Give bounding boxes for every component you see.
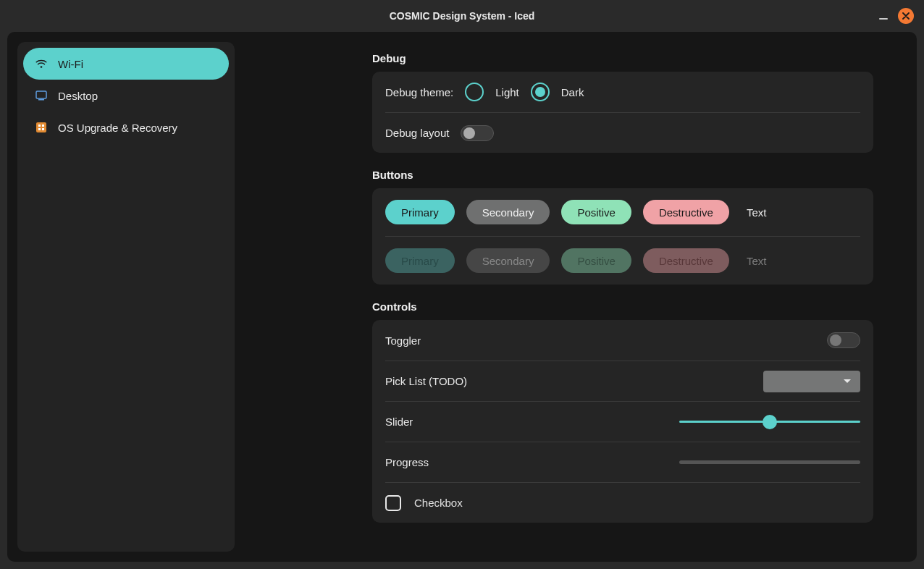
picklist-select[interactable] [763,371,860,392]
close-button[interactable] [898,8,914,24]
checkbox-label: Checkbox [414,497,463,509]
radio-dark[interactable] [531,83,550,101]
picklist-label: Pick List (TODO) [385,375,467,387]
debug-card: Debug theme: Light Dark Debug layout [372,72,873,153]
section-title-controls: Controls [372,300,873,313]
radio-dark-label: Dark [561,86,584,98]
minimize-button[interactable] [879,12,888,20]
debug-layout-label: Debug layout [385,127,449,139]
progress-bar [679,460,860,464]
debug-theme-label: Debug theme: [385,86,453,98]
sidebar-item-label: Wi-Fi [58,58,83,70]
slider-thumb[interactable] [763,415,777,429]
toggler-label: Toggler [385,334,421,347]
buttons-row-enabled: Primary Secondary Positive Destructive T… [385,188,860,236]
window-title: COSMIC Design System - Iced [390,10,535,22]
destructive-button[interactable]: Destructive [643,200,729,224]
slider-row: Slider [385,401,860,442]
positive-button-disabled: Positive [561,248,631,273]
primary-button[interactable]: Primary [385,200,455,224]
upgrade-icon [35,121,48,134]
positive-button[interactable]: Positive [561,200,631,224]
sidebar-item-os-upgrade[interactable]: OS Upgrade & Recovery [23,111,229,143]
svg-rect-1 [36,91,46,98]
chevron-down-icon [843,379,852,384]
main-content: Debug Debug theme: Light Dark Debug layo… [235,32,917,562]
slider-label: Slider [385,416,413,428]
text-button[interactable]: Text [741,200,773,224]
debug-theme-row: Debug theme: Light Dark [385,72,860,112]
checkbox-input[interactable] [385,495,401,511]
svg-rect-2 [38,99,44,101]
desktop-icon [35,89,48,102]
sidebar-item-wifi[interactable]: Wi-Fi [23,48,229,80]
svg-rect-5 [42,125,44,127]
debug-layout-toggle[interactable] [461,125,494,141]
radio-light-label: Light [495,86,519,98]
section-title-buttons: Buttons [372,169,873,181]
close-icon [902,12,910,20]
slider-control[interactable] [679,415,860,429]
buttons-card: Primary Secondary Positive Destructive T… [372,188,873,284]
section-title-debug: Debug [372,52,873,64]
titlebar-controls [879,8,914,24]
checkbox-row: Checkbox [385,482,860,523]
buttons-row-disabled: Primary Secondary Positive Destructive T… [385,236,860,284]
controls-card: Toggler Pick List (TODO) Slider Progress [372,320,873,523]
svg-point-0 [41,66,43,68]
svg-rect-7 [42,128,44,130]
destructive-button-disabled: Destructive [643,248,729,273]
titlebar: COSMIC Design System - Iced [0,0,924,32]
toggler-switch[interactable] [827,332,860,348]
svg-rect-4 [38,125,41,127]
text-button-disabled: Text [741,248,773,273]
progress-label: Progress [385,456,429,468]
svg-rect-3 [36,122,46,132]
sidebar-item-label: OS Upgrade & Recovery [58,122,177,134]
progress-row: Progress [385,442,860,482]
minimize-icon [879,18,888,20]
toggler-row: Toggler [385,320,860,361]
radio-light[interactable] [465,83,484,101]
sidebar-item-desktop[interactable]: Desktop [23,80,229,111]
sidebar-item-label: Desktop [58,90,98,102]
secondary-button-disabled: Secondary [466,248,550,273]
primary-button-disabled: Primary [385,248,455,273]
wifi-icon [35,57,48,70]
sidebar: Wi-Fi Desktop OS Upgrade & Recovery [17,42,235,552]
secondary-button[interactable]: Secondary [466,200,550,224]
picklist-row: Pick List (TODO) [385,361,860,401]
debug-layout-row: Debug layout [385,112,860,153]
svg-rect-6 [38,128,41,130]
app-window: Wi-Fi Desktop OS Upgrade & Recovery Debu… [7,32,917,562]
